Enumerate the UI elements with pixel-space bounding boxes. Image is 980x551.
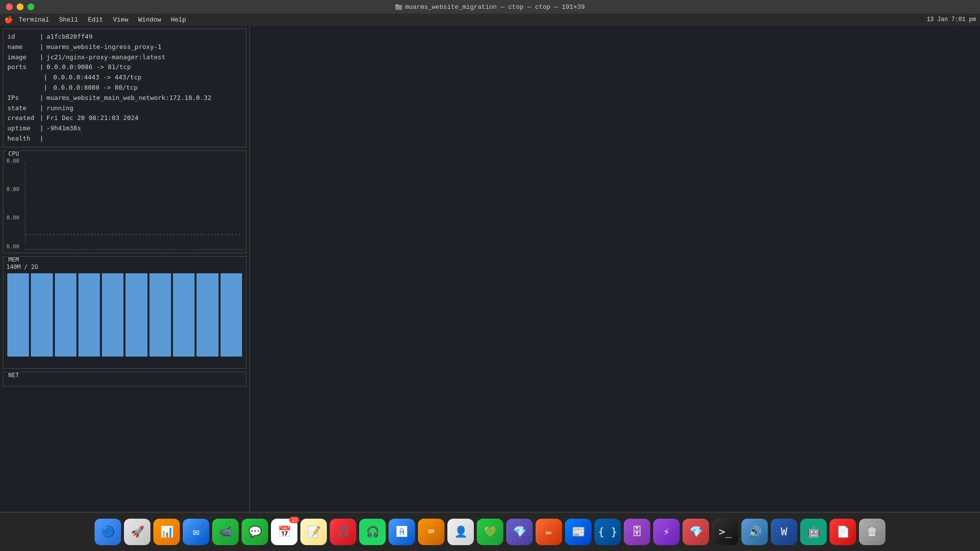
dock-item-instastats[interactable]: 📊 bbox=[153, 519, 180, 545]
menu-terminal[interactable]: Terminal bbox=[15, 15, 53, 24]
mem-bars bbox=[6, 273, 243, 357]
ports-key: ports bbox=[7, 62, 37, 72]
datetime-display: 13 Jan 7:01 pm bbox=[927, 16, 976, 23]
net-header: NET bbox=[7, 372, 20, 379]
mem-bar-1 bbox=[7, 273, 29, 357]
svg-rect-1 bbox=[395, 4, 398, 6]
image-value: jc21/nginx-proxy-manager:latest bbox=[47, 52, 166, 63]
info-row-id: id | a1fcb820ff49 bbox=[7, 32, 242, 42]
image-key: image bbox=[7, 52, 37, 63]
dock-item-obsidian[interactable]: 💎 bbox=[506, 519, 533, 545]
dock-item-trash[interactable]: 🗑 bbox=[859, 519, 885, 545]
info-row-ports3: | 0.0.0.0:8080 -> 80/tcp bbox=[7, 83, 242, 93]
left-panel: id | a1fcb820ff49 name | muarms_website-… bbox=[0, 25, 250, 512]
terminal-area: id | a1fcb820ff49 name | muarms_website-… bbox=[0, 25, 980, 512]
dock-item-spotify[interactable]: 🎧 bbox=[359, 519, 386, 545]
mem-bar-6 bbox=[125, 273, 147, 357]
dock-item-terminal[interactable]: >_ bbox=[712, 519, 738, 545]
menu-edit[interactable]: Edit bbox=[84, 15, 107, 24]
menu-help[interactable]: Help bbox=[167, 15, 190, 24]
ports-value-2: 0.0.0.0:4443 -> 443/tcp bbox=[53, 72, 142, 83]
dock-item-pdf-expert[interactable]: 📄 bbox=[830, 519, 856, 545]
dock-item-mail[interactable]: ✉️ bbox=[183, 519, 209, 545]
info-row-ips: IPs | muarms_website_main_web_network:17… bbox=[7, 93, 242, 103]
ips-value: muarms_website_main_web_network:172.18.0… bbox=[47, 93, 212, 103]
dock-item-affinity-designer[interactable]: ✏️ bbox=[536, 519, 562, 545]
dock-item-contacts[interactable]: 👤 bbox=[447, 519, 474, 545]
title-label: muarms_website_migration — ctop — ctop —… bbox=[405, 3, 585, 11]
created-value: Fri Dec 20 08:21:03 2024 bbox=[47, 113, 139, 123]
info-row-uptime: uptime | -9h41m38s bbox=[7, 123, 242, 134]
dock: 🔵🚀📊✉️📹💬📅13📝🎵🎧🅰⌨👤💚💎✏️📰{ }🗄⚡💎>_🔊W🤖📄🗑 bbox=[0, 512, 980, 551]
dock-item-audiorelay[interactable]: 🔊 bbox=[741, 519, 768, 545]
dock-item-facetime[interactable]: 📹 bbox=[212, 519, 239, 545]
dock-item-app-store[interactable]: 🅰 bbox=[389, 519, 415, 545]
mem-bar-5 bbox=[102, 273, 123, 357]
cpu-y4: 0.00 bbox=[6, 243, 24, 250]
id-key: id bbox=[7, 32, 37, 42]
info-row-name: name | muarms_website-ingress_proxy-1 bbox=[7, 42, 242, 52]
health-key: health bbox=[7, 134, 37, 144]
mem-header: MEM bbox=[7, 256, 20, 263]
dock-item-finder[interactable]: 🔵 bbox=[95, 519, 121, 545]
info-row-state: state | running bbox=[7, 103, 242, 114]
minimize-button[interactable] bbox=[17, 3, 24, 10]
mem-bar-3 bbox=[55, 273, 76, 357]
menubar-right: 13 Jan 7:01 pm bbox=[927, 16, 976, 23]
info-row-image: image | jc21/nginx-proxy-manager:latest bbox=[7, 52, 242, 63]
maximize-button[interactable] bbox=[27, 3, 34, 10]
window-title: muarms_website_migration — ctop — ctop —… bbox=[395, 3, 585, 11]
menu-shell[interactable]: Shell bbox=[55, 15, 82, 24]
dock-item-datagrip[interactable]: 🗄 bbox=[624, 519, 650, 545]
dock-item-calendar[interactable]: 📅13 bbox=[271, 519, 297, 545]
dock-badge-calendar: 13 bbox=[289, 517, 299, 523]
dock-item-affinity-publisher[interactable]: 📰 bbox=[565, 519, 591, 545]
dock-item-chatgpt[interactable]: 🤖 bbox=[800, 519, 827, 545]
net-section: NET bbox=[3, 372, 246, 386]
cpu-section: CPU 0.00 0.00 0.00 0.00 bbox=[3, 150, 246, 253]
info-row-created: created | Fri Dec 20 08:21:03 2024 bbox=[7, 113, 242, 123]
ips-key: IPs bbox=[7, 93, 37, 103]
cpu-y3: 0.00 bbox=[6, 215, 24, 221]
dock-item-phpstorm[interactable]: ⚡ bbox=[653, 519, 680, 545]
dock-item-script-kit[interactable]: ⌨ bbox=[418, 519, 444, 545]
dock-item-launchpad[interactable]: 🚀 bbox=[124, 519, 150, 545]
mem-bar-9 bbox=[196, 273, 218, 357]
cpu-chart: 0.00 0.00 0.00 0.00 ····················… bbox=[6, 158, 243, 250]
dock-item-rubymine[interactable]: 💎 bbox=[683, 519, 709, 545]
dock-item-music[interactable]: 🎵 bbox=[330, 519, 356, 545]
container-info: id | a1fcb820ff49 name | muarms_website-… bbox=[3, 28, 246, 147]
apple-icon: 🍎 bbox=[4, 16, 13, 24]
mem-bar-10 bbox=[220, 273, 242, 357]
mem-bar-4 bbox=[78, 273, 100, 357]
apple-menu[interactable]: 🍎 bbox=[4, 15, 13, 24]
dock-item-line[interactable]: 💚 bbox=[477, 519, 503, 545]
dock-item-word[interactable]: W bbox=[771, 519, 797, 545]
info-row-ports1: ports | 0.0.0.0:9086 -> 81/tcp bbox=[7, 62, 242, 72]
menu-window[interactable]: Window bbox=[134, 15, 165, 24]
id-value: a1fcb820ff49 bbox=[47, 32, 93, 42]
cpu-line: ········································… bbox=[25, 232, 241, 238]
mem-display: 140M / 2G bbox=[6, 264, 243, 270]
name-key: name bbox=[7, 42, 37, 52]
mem-bar-7 bbox=[149, 273, 171, 357]
traffic-lights bbox=[0, 3, 34, 10]
close-button[interactable] bbox=[6, 3, 13, 10]
folder-icon bbox=[395, 3, 402, 10]
cpu-header: CPU bbox=[7, 150, 20, 157]
info-row-ports2: | 0.0.0.0:4443 -> 443/tcp bbox=[7, 72, 242, 83]
name-value: muarms_website-ingress_proxy-1 bbox=[47, 42, 162, 52]
state-key: state bbox=[7, 103, 37, 114]
dock-item-vs-code[interactable]: { } bbox=[594, 519, 621, 545]
cpu-y1: 0.00 bbox=[6, 158, 24, 164]
dock-item-messages[interactable]: 💬 bbox=[242, 519, 268, 545]
ports-value-3: 0.0.0.0:8080 -> 80/tcp bbox=[53, 83, 138, 93]
created-key: created bbox=[7, 113, 37, 123]
mem-bar-2 bbox=[31, 273, 52, 357]
menu-view[interactable]: View bbox=[109, 15, 132, 24]
titlebar: muarms_website_migration — ctop — ctop —… bbox=[0, 0, 980, 14]
uptime-key: uptime bbox=[7, 123, 37, 134]
dock-item-notes[interactable]: 📝 bbox=[300, 519, 327, 545]
right-panel bbox=[250, 25, 980, 512]
menubar: 🍎 Terminal Shell Edit View Window Help 1… bbox=[0, 14, 980, 25]
